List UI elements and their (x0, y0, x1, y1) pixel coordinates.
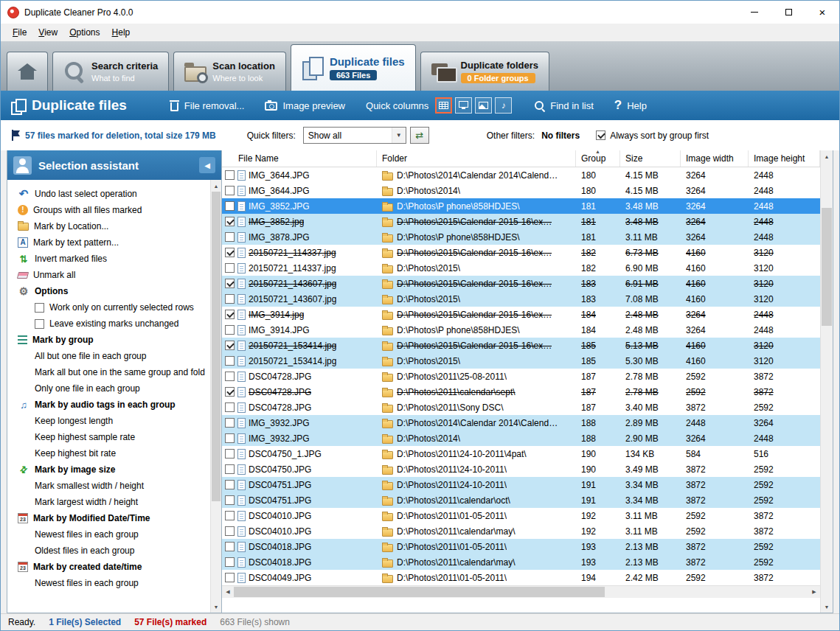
table-row[interactable]: IMG_3932.JPGD:\Photos\2014\1882.90 MB326… (222, 430, 820, 446)
sidebar-item[interactable]: Mark by Location... (7, 218, 210, 234)
table-row[interactable]: DSC04750.JPGD:\Photos\2011\24-10-2011\19… (222, 461, 820, 477)
row-checkbox[interactable] (225, 418, 235, 428)
table-row[interactable]: DSC04018.JPGD:\Photos\2011\calendar\may\… (222, 554, 820, 570)
sidebar-item[interactable]: Mark largest width / height (7, 494, 210, 510)
menu-help[interactable]: Help (106, 25, 136, 40)
table-row[interactable]: 20150721_143607.jpgD:\Photos\2015\Calend… (222, 276, 820, 291)
sort-by-group-checkbox[interactable] (596, 130, 605, 140)
table-row[interactable]: IMG_3852.jpgD:\Photos\2015\Calendar 2015… (222, 214, 820, 229)
scroll-left-icon[interactable]: ◀ (222, 586, 234, 598)
scroll-up-icon[interactable]: ▲ (211, 180, 221, 192)
row-checkbox[interactable] (225, 573, 235, 582)
row-checkbox[interactable] (225, 464, 235, 474)
sidebar-item[interactable]: Mark by group (7, 332, 210, 348)
sidebar-item[interactable]: All but one file in each group (7, 348, 210, 364)
sidebar-item[interactable]: ♫Mark by audio tags in each group (7, 397, 210, 413)
checkbox[interactable] (35, 303, 44, 313)
table-row[interactable]: IMG_3932.JPGD:\Photos\2014\Calendar 2014… (222, 415, 820, 430)
scrollbar-thumb[interactable] (212, 192, 221, 501)
table-row[interactable]: DSC04751.JPGD:\Photos\2011\24-10-2011\19… (222, 477, 820, 492)
quick-column-grid-button[interactable] (435, 97, 452, 114)
sidebar-item[interactable]: Keep highest sample rate (7, 429, 210, 445)
sidebar-item[interactable]: Mark all but one in the same group and f… (7, 364, 210, 380)
row-checkbox[interactable] (225, 402, 235, 412)
column-header-image-width[interactable]: Image width (681, 150, 749, 167)
sidebar-item[interactable]: Only one file in each group (7, 380, 210, 397)
sidebar-item[interactable]: Keep highest bit rate (7, 445, 210, 461)
scrollbar-thumb[interactable] (234, 587, 605, 597)
table-vertical-scrollbar[interactable]: ▲ ▼ (820, 150, 833, 613)
tab-duplicate-files[interactable]: Duplicate files 663 Files (291, 44, 416, 91)
row-checkbox[interactable] (225, 433, 235, 443)
tab-scan-location[interactable]: Scan location Where to look (173, 52, 286, 91)
row-checkbox[interactable] (225, 356, 235, 366)
row-checkbox[interactable] (225, 480, 235, 489)
table-row[interactable]: DSC04751.JPGD:\Photos\2011\calendar\oct\… (222, 492, 820, 508)
row-checkbox[interactable] (225, 387, 235, 397)
table-row[interactable]: DSC04728.JPGD:\Photos\2011\calendar\sept… (222, 384, 820, 400)
tab-search-criteria[interactable]: Search criteria What to find (52, 52, 169, 91)
row-checkbox[interactable] (225, 325, 235, 335)
scroll-down-icon[interactable]: ▼ (211, 601, 221, 613)
table-row[interactable]: DSC04750_1.JPGD:\Photos\2011\24-10-2011\… (222, 446, 820, 461)
row-checkbox[interactable] (225, 263, 235, 273)
row-checkbox[interactable] (225, 511, 235, 520)
column-header-size[interactable]: Size (620, 150, 681, 167)
maximize-button[interactable] (771, 1, 805, 24)
collapse-sidebar-button[interactable]: ◀ (199, 157, 215, 173)
quick-column-window-button[interactable] (455, 97, 472, 114)
sidebar-option[interactable]: Leave existing marks unchanged (7, 316, 210, 332)
find-in-list-button[interactable]: Find in list (534, 100, 594, 111)
scroll-up-icon[interactable]: ▲ (821, 150, 833, 162)
quick-column-image-button[interactable] (475, 97, 492, 114)
table-row[interactable]: DSC04010.JPGD:\Photos\2011\calendar\may\… (222, 523, 820, 539)
table-row[interactable]: 20150721_114337.jpgD:\Photos\2015\Calend… (222, 245, 820, 260)
sidebar-option[interactable]: Work only on currently selected rows (7, 299, 210, 316)
table-row[interactable]: 20150721_143607.jpgD:\Photos\2015\1837.0… (222, 291, 820, 307)
row-checkbox[interactable] (225, 557, 235, 567)
scroll-down-icon[interactable]: ▼ (821, 601, 833, 613)
sidebar-item[interactable]: Unmark all (7, 267, 210, 283)
row-checkbox[interactable] (225, 279, 235, 288)
table-horizontal-scrollbar[interactable]: ◀ ▶ (222, 585, 820, 598)
sidebar-item[interactable]: ⚙Options (7, 283, 210, 299)
sort-by-group-option[interactable]: Always sort by group first (596, 130, 709, 141)
row-checkbox[interactable] (225, 341, 235, 350)
quick-column-audio-button[interactable]: ♪ (495, 97, 512, 114)
sidebar-item[interactable]: Newest files in each group (7, 575, 210, 591)
row-checkbox[interactable] (225, 526, 235, 536)
table-row[interactable]: IMG_3914.JPGD:\Photos\P phone\858HDJES\1… (222, 322, 820, 338)
sidebar-item[interactable]: ↶Undo last select operation (7, 186, 210, 202)
close-button[interactable]: × (805, 1, 839, 24)
sidebar-item[interactable]: !Groups with all files marked (7, 202, 210, 218)
table-row[interactable]: IMG_3644.JPGD:\Photos\2014\Calendar 2014… (222, 167, 820, 183)
sidebar-item[interactable]: 23Mark by Modified Date/Time (7, 510, 210, 526)
table-row[interactable]: DSC04018.JPGD:\Photos\2011\01-05-2011\19… (222, 539, 820, 554)
sidebar-item[interactable]: Newest files in each group (7, 526, 210, 543)
sidebar-item[interactable]: Mark smallest width / height (7, 478, 210, 494)
row-checkbox[interactable] (225, 170, 235, 180)
table-row[interactable]: IMG_3852.JPGD:\Photos\P phone\858HDJES\1… (222, 198, 820, 214)
help-button[interactable]: ? Help (614, 98, 647, 113)
menu-file[interactable]: File (7, 25, 32, 40)
row-checkbox[interactable] (225, 248, 235, 257)
table-row[interactable]: 20150721_153414.jpgD:\Photos\2015\Calend… (222, 338, 820, 353)
table-row[interactable]: DSC04049.JPGD:\Photos\2011\01-05-2011\19… (222, 570, 820, 585)
minimize-button[interactable] (737, 1, 771, 24)
table-row[interactable]: IMG_3644.JPGD:\Photos\2014\1804.15 MB326… (222, 183, 820, 198)
menu-options[interactable]: Options (63, 25, 105, 40)
row-checkbox[interactable] (225, 310, 235, 319)
row-checkbox[interactable] (225, 232, 235, 242)
sidebar-scrollbar[interactable]: ▲ ▼ (210, 180, 221, 613)
table-row[interactable]: DSC04728.JPGD:\Photos\2011\Sony DSC\1873… (222, 400, 820, 415)
row-checkbox[interactable] (225, 542, 235, 551)
row-checkbox[interactable] (225, 217, 235, 226)
sidebar-item[interactable]: Keep longest length (7, 413, 210, 429)
checkbox[interactable] (35, 319, 44, 329)
sidebar-item[interactable]: ⇄Mark by image size (7, 461, 210, 478)
table-row[interactable]: 20150721_114337.jpgD:\Photos\2015\1826.9… (222, 260, 820, 276)
tab-duplicate-folders[interactable]: Duplicate folders 0 Folder groups (420, 52, 549, 91)
table-row[interactable]: 20150721_153414.jpgD:\Photos\2015\1855.3… (222, 353, 820, 369)
table-row[interactable]: DSC04010.JPGD:\Photos\2011\01-05-2011\19… (222, 508, 820, 523)
sidebar-item[interactable]: ⇅Invert marked files (7, 251, 210, 267)
